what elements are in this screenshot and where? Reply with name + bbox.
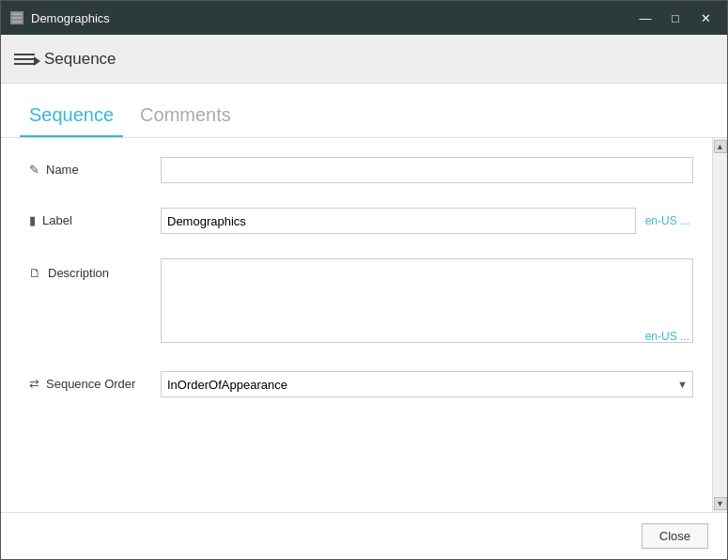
content-area: Sequence Comments ✎ Name [1,84,727,512]
app-icon [10,11,23,24]
document-icon: 🗋 [29,266,41,280]
description-label: 🗋 Description [29,258,161,280]
sequence-order-label: ⇄ Sequence Order [29,371,161,391]
main-window: Demographics — □ ✕ Sequence Sequence Com… [0,0,728,560]
pencil-icon: ✎ [29,163,39,177]
tab-sequence[interactable]: Sequence [20,101,123,137]
tabs-container: Sequence Comments [1,84,727,138]
title-bar: Demographics — □ ✕ [1,1,727,35]
label-label: ▮ Label [29,208,161,227]
form-content: ✎ Name ▮ Label [1,138,712,512]
label-label-text: Label [42,213,72,227]
name-control [161,157,693,183]
description-label-text: Description [48,266,109,280]
tab-comments[interactable]: Comments [131,101,240,137]
window-title: Demographics [31,11,110,25]
description-textarea[interactable] [161,258,693,343]
scrollbar: ▲ ▼ [712,138,727,512]
label-control: en-US ... [161,208,693,234]
sequence-icon [14,54,35,65]
scroll-up-button[interactable]: ▲ [714,140,727,153]
title-bar-left: Demographics [10,11,110,25]
toolbar: Sequence [1,35,727,84]
name-input[interactable] [161,157,693,183]
minimize-button[interactable]: — [633,8,658,27]
sequence-order-row: ⇄ Sequence Order InOrderOfAppearance Alp… [29,371,693,397]
description-lang-button[interactable]: en-US ... [645,330,689,343]
name-row: ✎ Name [29,157,693,183]
label-input-row: en-US ... [161,208,693,234]
description-textarea-wrapper: en-US ... [161,258,693,347]
close-button[interactable]: Close [642,523,708,549]
label-input[interactable] [161,208,636,234]
bookmark-icon: ▮ [29,213,36,227]
close-window-button[interactable]: ✕ [693,8,718,27]
sequence-order-label-text: Sequence Order [46,377,135,391]
label-lang-button[interactable]: en-US ... [642,214,693,227]
maximize-button[interactable]: □ [663,8,688,27]
description-row: 🗋 Description en-US ... [29,258,693,347]
name-label-text: Name [46,163,79,177]
form-area: ✎ Name ▮ Label [1,138,727,512]
scroll-down-button[interactable]: ▼ [714,497,727,510]
description-control: en-US ... [161,258,693,347]
name-label: ✎ Name [29,157,161,177]
sequence-order-select-wrapper: InOrderOfAppearance Alphabetical Custom … [161,371,693,397]
sort-icon: ⇄ [29,377,39,391]
sequence-order-control: InOrderOfAppearance Alphabetical Custom … [161,371,693,397]
footer: Close [1,512,727,559]
label-row: ▮ Label en-US ... [29,208,693,234]
title-bar-controls: — □ ✕ [633,8,718,27]
sequence-order-select[interactable]: InOrderOfAppearance Alphabetical Custom [161,371,693,397]
toolbar-label: Sequence [44,50,116,69]
